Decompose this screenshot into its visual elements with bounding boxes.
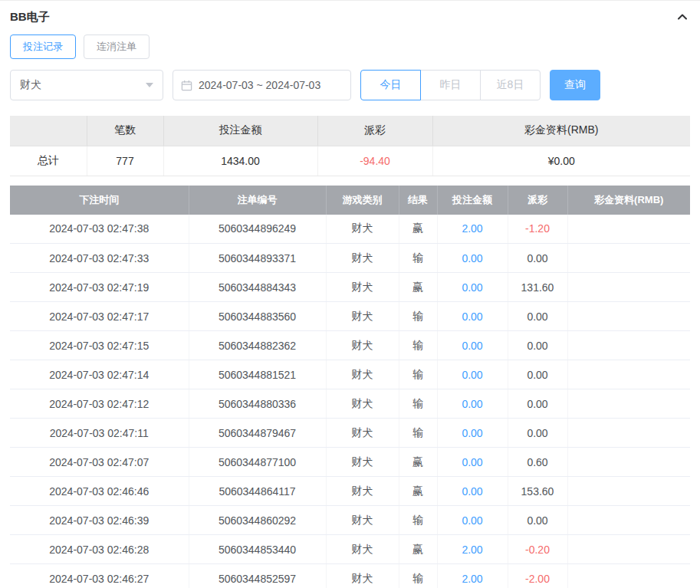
- bet-time-cell: 2024-07-03 02:47:14: [10, 360, 189, 389]
- result-cell: 输: [399, 506, 437, 535]
- bet-amount-link[interactable]: 0.00: [462, 310, 482, 323]
- order-id-cell: 5060344852597: [189, 564, 326, 588]
- bet-time-cell: 2024-07-03 02:47:33: [10, 244, 189, 273]
- bet-amount-link[interactable]: 0.00: [462, 340, 482, 352]
- order-id-cell: 5060344882362: [189, 331, 326, 360]
- quick-date-today[interactable]: 今日: [360, 70, 421, 100]
- bet-amount-cell: 0.00: [437, 302, 508, 331]
- payout-cell: -0.20: [508, 535, 567, 564]
- table-row: 2024-07-03 02:47:075060344877100财犬赢0.000…: [10, 448, 690, 477]
- bet-time-cell: 2024-07-03 02:47:11: [10, 419, 189, 448]
- summary-header-blank: [10, 116, 87, 146]
- bet-amount-link[interactable]: 2.00: [462, 573, 482, 585]
- bonus-cell: [567, 244, 690, 273]
- bet-amount-link[interactable]: 0.00: [462, 485, 482, 498]
- tab-cancelled-orders[interactable]: 连消注单: [84, 34, 150, 59]
- game-type-cell: 财犬: [326, 331, 399, 360]
- order-id-cell: 5060344893371: [189, 244, 326, 273]
- table-row: 2024-07-03 02:47:195060344884343财犬赢0.001…: [10, 273, 690, 302]
- quick-date-yesterday[interactable]: 昨日: [420, 70, 481, 100]
- payout-cell: 0.00: [508, 360, 567, 389]
- bonus-cell: [567, 273, 690, 302]
- bet-time-cell: 2024-07-03 02:47:12: [10, 389, 189, 419]
- payout-cell: 0.00: [508, 419, 567, 448]
- result-cell: 输: [399, 302, 437, 331]
- search-button[interactable]: 查询: [550, 70, 600, 100]
- quick-date-group: 今日 昨日 近8日: [360, 70, 541, 100]
- table-row: 2024-07-03 02:47:155060344882362财犬输0.000…: [10, 331, 690, 360]
- game-type-cell: 财犬: [326, 448, 399, 477]
- table-row: 2024-07-03 02:47:145060344881521财犬输0.000…: [10, 360, 690, 389]
- result-cell: 输: [399, 244, 437, 273]
- result-cell: 赢: [399, 273, 437, 302]
- record-tabs: 投注记录 连消注单: [10, 34, 690, 59]
- bonus-cell: [567, 477, 690, 506]
- result-cell: 输: [399, 389, 437, 419]
- bet-records-panel: BB电子 投注记录 连消注单 财犬 2024-07-03 ~ 2024-07: [0, 0, 700, 588]
- bet-amount-link[interactable]: 0.00: [462, 427, 482, 439]
- date-range-picker[interactable]: 2024-07-03 ~ 2024-07-03: [173, 70, 351, 100]
- bet-amount-cell: 0.00: [437, 244, 508, 273]
- order-id-cell: 5060344860292: [189, 506, 326, 535]
- bet-table: 下注时间 注单编号 游戏类别 结果 投注金额 派彩 彩金资料(RMB) 2024…: [10, 186, 690, 588]
- bet-amount-link[interactable]: 0.00: [462, 252, 482, 264]
- payout-cell: 131.60: [508, 273, 567, 302]
- order-id-cell: 5060344896249: [189, 215, 326, 244]
- collapse-panel-button[interactable]: [675, 9, 690, 25]
- order-id-cell: 5060344884343: [189, 273, 326, 302]
- col-header-bet-amount: 投注金额: [437, 186, 508, 215]
- bet-amount-link[interactable]: 0.00: [462, 281, 482, 294]
- bet-table-header-row: 下注时间 注单编号 游戏类别 结果 投注金额 派彩 彩金资料(RMB): [10, 186, 690, 215]
- date-range-value: 2024-07-03 ~ 2024-07-03: [199, 79, 320, 91]
- payout-cell: 0.00: [508, 302, 567, 331]
- bet-amount-cell: 0.00: [437, 506, 508, 535]
- bet-amount-link[interactable]: 0.00: [462, 369, 482, 381]
- bet-time-cell: 2024-07-03 02:46:46: [10, 477, 189, 506]
- bonus-cell: [567, 302, 690, 331]
- summary-header-bet-amount: 投注金额: [163, 116, 317, 146]
- payout-cell: 0.00: [508, 331, 567, 360]
- col-header-order-id: 注单编号: [189, 186, 326, 215]
- bet-amount-cell: 0.00: [437, 477, 508, 506]
- bonus-cell: [567, 331, 690, 360]
- table-row: 2024-07-03 02:47:115060344879467财犬输0.000…: [10, 419, 690, 448]
- table-row: 2024-07-03 02:46:275060344852597财犬输2.00-…: [10, 564, 690, 588]
- bet-amount-link[interactable]: 2.00: [462, 222, 482, 235]
- bet-amount-cell: 0.00: [437, 331, 508, 360]
- filter-bar: 财犬 2024-07-03 ~ 2024-07-03 今日 昨日 近8日 查询: [10, 70, 690, 100]
- result-cell: 赢: [399, 448, 437, 477]
- payout-cell: 0.00: [508, 389, 567, 419]
- bet-amount-link[interactable]: 0.00: [462, 398, 482, 410]
- bet-amount-link[interactable]: 0.00: [462, 514, 482, 527]
- bet-time-cell: 2024-07-03 02:47:07: [10, 448, 189, 477]
- payout-cell: 0.00: [508, 506, 567, 535]
- game-type-cell: 财犬: [326, 506, 399, 535]
- game-type-cell: 财犬: [326, 302, 399, 331]
- game-type-cell: 财犬: [326, 215, 399, 244]
- game-select[interactable]: 财犬: [10, 70, 163, 100]
- table-row: 2024-07-03 02:47:175060344883560财犬输0.000…: [10, 302, 690, 331]
- order-id-cell: 5060344853440: [189, 535, 326, 564]
- bet-amount-cell: 0.00: [437, 389, 508, 419]
- summary-bet-amount-value: 1434.00: [163, 146, 317, 176]
- bet-amount-cell: 2.00: [437, 564, 508, 588]
- bet-time-cell: 2024-07-03 02:47:19: [10, 273, 189, 302]
- col-header-bet-time: 下注时间: [10, 186, 189, 215]
- tab-bet-records[interactable]: 投注记录: [10, 34, 76, 59]
- game-type-cell: 财犬: [326, 564, 399, 588]
- summary-header-payout: 派彩: [317, 116, 432, 146]
- summary-count-value: 777: [87, 146, 163, 176]
- payout-cell: -2.00: [508, 564, 567, 588]
- bet-amount-link[interactable]: 2.00: [462, 544, 482, 556]
- bonus-cell: [567, 389, 690, 419]
- game-type-cell: 财犬: [326, 244, 399, 273]
- quick-date-last8days[interactable]: 近8日: [480, 70, 541, 100]
- payout-cell: -1.20: [508, 215, 567, 244]
- table-row: 2024-07-03 02:47:335060344893371财犬输0.000…: [10, 244, 690, 273]
- result-cell: 赢: [399, 477, 437, 506]
- order-id-cell: 5060344879467: [189, 419, 326, 448]
- payout-cell: 0.60: [508, 448, 567, 477]
- bet-amount-link[interactable]: 0.00: [462, 456, 482, 468]
- bet-amount-cell: 2.00: [437, 535, 508, 564]
- bonus-cell: [567, 564, 690, 588]
